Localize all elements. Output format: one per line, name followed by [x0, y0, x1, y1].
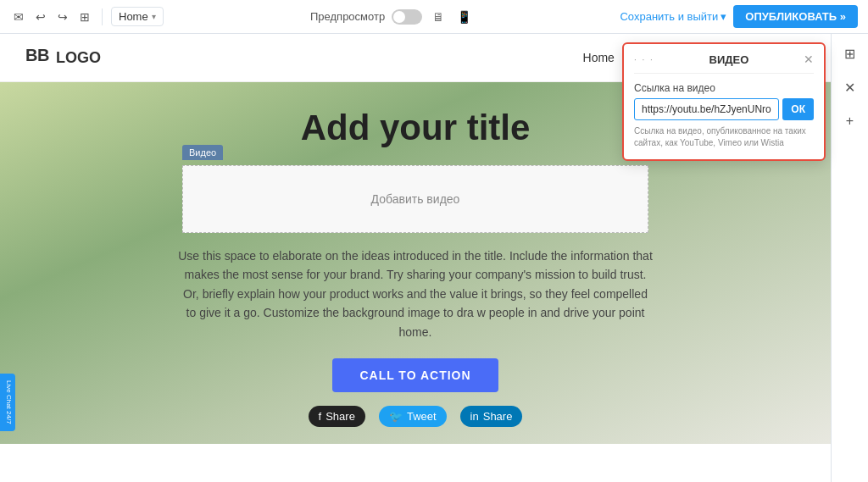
close-icon[interactable]: ✕: [837, 75, 863, 100]
linkedin-share-button[interactable]: in Share: [460, 406, 523, 427]
social-share: f Share 🐦 Tweet in Share: [309, 406, 523, 427]
popup-input-row: ОК: [634, 98, 814, 120]
publish-button[interactable]: ОПУБЛИКОВАТЬ »: [733, 5, 858, 28]
add-icon[interactable]: +: [837, 108, 863, 134]
video-placeholder: Добавить видео: [371, 192, 460, 206]
twitter-icon: 🐦: [389, 410, 403, 423]
linkedin-label: Share: [483, 410, 513, 423]
save-exit-chevron: ▾: [721, 10, 726, 23]
popup-header: · · · ВИДЕО ✕: [634, 53, 814, 74]
twitter-label: Tweet: [407, 410, 437, 423]
facebook-icon: f: [319, 410, 322, 423]
toolbar-left: ✉ ↩ ↪ ⊞ Home ▾: [10, 7, 164, 26]
desktop-icon[interactable]: 🖥: [429, 8, 448, 26]
chat-widget[interactable]: Live Chat 24/7: [0, 374, 15, 431]
svg-text:B: B: [37, 46, 49, 64]
popup-ok-button[interactable]: ОК: [782, 98, 814, 120]
undo-icon[interactable]: ↩: [32, 8, 49, 25]
layout-icon[interactable]: ⊞: [837, 41, 863, 66]
video-popup: · · · ВИДЕО ✕ Ссылка на видео ОК Ссылка …: [622, 42, 826, 161]
chevron-down-icon: ▾: [152, 12, 156, 21]
logo-text: LOGO: [56, 49, 101, 67]
popup-hint: Ссылка на видео, опубликованное на таких…: [634, 125, 814, 149]
popup-close-icon[interactable]: ✕: [804, 53, 814, 66]
email-icon[interactable]: ✉: [10, 8, 27, 25]
linkedin-icon: in: [470, 410, 479, 423]
preview-toggle[interactable]: [392, 9, 422, 25]
logo-area: BB LOGO: [25, 46, 101, 69]
video-block[interactable]: Добавить видео: [182, 165, 648, 233]
pages-icon[interactable]: ⊞: [76, 8, 93, 25]
toolbar-center: Предпросмотр 🖥 📱: [170, 8, 614, 26]
popup-field-label: Ссылка на видео: [634, 82, 814, 94]
hero-title: Add your title: [301, 108, 531, 148]
home-label: Home: [119, 10, 148, 23]
save-exit-button[interactable]: Сохранить и выйти ▾: [620, 10, 726, 23]
svg-text:B: B: [25, 46, 37, 64]
chat-label: Live Chat 24/7: [5, 380, 13, 424]
hero-description: Use this space to elaborate on the ideas…: [178, 247, 653, 341]
toolbar: ✉ ↩ ↪ ⊞ Home ▾ Предпросмотр 🖥 📱 Сохранит…: [0, 0, 868, 34]
facebook-label: Share: [326, 410, 355, 423]
redo-icon[interactable]: ↪: [54, 8, 71, 25]
nav-home[interactable]: Home: [583, 51, 615, 64]
video-url-input[interactable]: [634, 98, 779, 120]
facebook-share-button[interactable]: f Share: [309, 406, 365, 427]
video-label-tag: Видео: [182, 145, 223, 160]
popup-drag-handle: · · ·: [634, 55, 654, 64]
cta-button[interactable]: CALL TO ACTION: [332, 358, 498, 392]
popup-title: ВИДЕО: [654, 53, 804, 66]
preview-label: Предпросмотр: [310, 10, 385, 23]
toolbar-right: Сохранить и выйти ▾ ОПУБЛИКОВАТЬ »: [620, 5, 858, 28]
mobile-icon[interactable]: 📱: [454, 8, 473, 26]
logo-icon: BB: [25, 46, 49, 69]
home-button[interactable]: Home ▾: [111, 7, 164, 26]
divider: [102, 8, 103, 25]
twitter-share-button[interactable]: 🐦 Tweet: [379, 406, 447, 427]
video-block-wrapper: Видео Добавить видео: [182, 165, 648, 233]
right-sidebar: ⊞ ✕ +: [831, 34, 868, 482]
